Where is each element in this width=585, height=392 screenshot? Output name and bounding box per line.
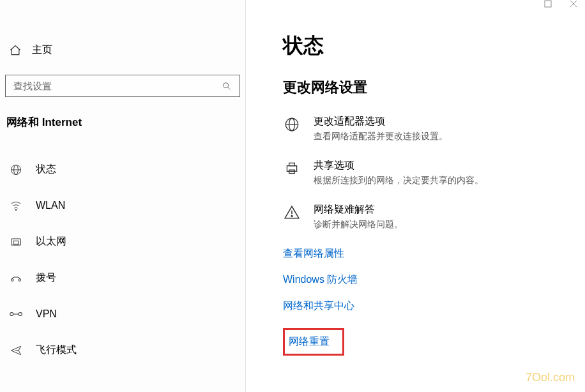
warning-icon: [283, 203, 301, 230]
link-network-reset[interactable]: 网络重置: [289, 335, 330, 349]
globe-icon: [9, 163, 23, 176]
dialup-icon: [9, 272, 23, 285]
highlighted-link-box: 网络重置: [283, 328, 344, 356]
sidebar: 主页 网络和 Internet 状态 WLAN: [0, 0, 246, 392]
sidebar-item-ethernet[interactable]: 以太网: [0, 223, 245, 260]
option-troubleshoot[interactable]: 网络疑难解答 诊断并解决网络问题。: [283, 203, 585, 230]
sidebar-heading: 网络和 Internet: [0, 97, 245, 136]
option-desc: 查看网络适配器并更改连接设置。: [314, 131, 448, 142]
main-content: 状态 更改网络设置 更改适配器选项 查看网络适配器并更改连接设置。 共享选项 根…: [246, 0, 585, 392]
option-adapter[interactable]: 更改适配器选项 查看网络适配器并更改连接设置。: [283, 115, 585, 142]
svg-rect-11: [11, 278, 13, 280]
sidebar-item-wlan[interactable]: WLAN: [0, 188, 245, 223]
home-icon: [9, 44, 22, 57]
wifi-icon: [9, 199, 23, 212]
search-box[interactable]: [5, 75, 240, 97]
link-firewall[interactable]: Windows 防火墙: [283, 273, 358, 287]
globe-icon: [283, 115, 301, 142]
sidebar-item-vpn[interactable]: VPN: [0, 296, 245, 332]
sidebar-item-label: 飞行模式: [36, 343, 77, 357]
svg-point-3: [224, 82, 229, 87]
sidebar-item-label: 以太网: [36, 235, 66, 248]
svg-rect-20: [289, 163, 295, 165]
home-button[interactable]: 主页: [0, 36, 245, 64]
svg-point-13: [10, 312, 13, 315]
sidebar-item-status[interactable]: 状态: [0, 151, 245, 188]
option-title: 网络疑难解答: [314, 203, 403, 216]
sidebar-item-dialup[interactable]: 拨号: [0, 260, 245, 296]
page-title: 状态: [283, 32, 585, 60]
nav-list: 状态 WLAN 以太网 拨号: [0, 151, 245, 368]
svg-line-4: [228, 87, 230, 89]
link-view-properties[interactable]: 查看网络属性: [283, 247, 344, 260]
option-text: 更改适配器选项 查看网络适配器并更改连接设置。: [314, 115, 448, 142]
option-desc: 根据所连接到的网络，决定要共享的内容。: [314, 175, 483, 186]
svg-rect-12: [19, 278, 20, 280]
search-input[interactable]: [13, 80, 222, 91]
sidebar-item-label: WLAN: [36, 200, 65, 211]
svg-rect-19: [287, 166, 296, 172]
sidebar-item-label: 拨号: [36, 271, 56, 285]
option-title: 更改适配器选项: [314, 115, 448, 128]
svg-rect-10: [13, 241, 19, 244]
sidebar-item-label: 状态: [36, 163, 56, 176]
watermark: 7Ool.com: [526, 371, 575, 384]
section-title: 更改网络设置: [283, 78, 585, 97]
svg-point-23: [291, 216, 292, 217]
option-desc: 诊断并解决网络问题。: [314, 219, 403, 230]
link-sharing-center[interactable]: 网络和共享中心: [283, 299, 354, 313]
sidebar-item-label: VPN: [36, 308, 57, 320]
option-text: 共享选项 根据所连接到的网络，决定要共享的内容。: [314, 159, 483, 186]
vpn-icon: [9, 308, 23, 320]
option-title: 共享选项: [314, 159, 483, 172]
search-icon: [222, 81, 232, 91]
svg-point-14: [19, 312, 22, 315]
airplane-icon: [9, 344, 23, 357]
svg-point-8: [15, 209, 17, 211]
option-text: 网络疑难解答 诊断并解决网络问题。: [314, 203, 403, 230]
home-label: 主页: [32, 43, 52, 57]
sidebar-item-airplane[interactable]: 飞行模式: [0, 332, 245, 368]
printer-icon: [283, 159, 301, 186]
ethernet-icon: [9, 236, 23, 248]
option-sharing[interactable]: 共享选项 根据所连接到的网络，决定要共享的内容。: [283, 159, 585, 186]
